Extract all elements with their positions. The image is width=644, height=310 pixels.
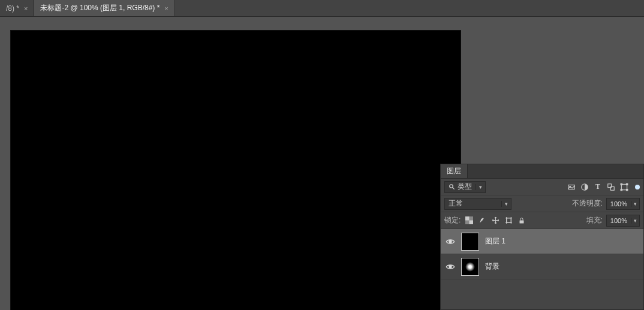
svg-rect-10: [621, 189, 622, 190]
chevron-down-icon: ▾: [631, 218, 639, 224]
filter-shape-icon[interactable]: [606, 182, 616, 192]
canvas[interactable]: [11, 31, 461, 310]
panel-title: 图层: [447, 166, 461, 176]
chevron-down-icon: ▾: [501, 201, 511, 207]
blend-mode-dropdown[interactable]: 正常 ▾: [444, 198, 511, 210]
filter-type-dropdown[interactable]: 类型 ▾: [444, 181, 486, 193]
layer-thumbnail[interactable]: [461, 258, 479, 276]
blend-mode-value: 正常: [445, 198, 467, 209]
lock-all-icon[interactable]: [517, 216, 526, 225]
lock-pixels-icon[interactable]: [477, 216, 487, 225]
eye-icon[interactable]: [446, 262, 455, 272]
svg-point-0: [450, 185, 453, 188]
filter-toggle-icon[interactable]: [635, 185, 640, 189]
search-icon: [449, 183, 455, 190]
layer-list: 图层 1 背景: [441, 229, 643, 309]
svg-rect-11: [627, 189, 628, 190]
lock-label: 锁定:: [444, 215, 461, 225]
close-icon[interactable]: ×: [164, 5, 168, 12]
svg-rect-13: [465, 216, 470, 221]
panel-tab-bar: 图层: [441, 164, 643, 179]
lock-position-icon[interactable]: [490, 216, 500, 225]
document-tab-active[interactable]: 未标题-2 @ 100% (图层 1, RGB/8#) * ×: [34, 0, 174, 16]
filter-type-text-icon[interactable]: T: [593, 182, 603, 192]
tab-layers[interactable]: 图层: [441, 164, 468, 178]
fill-label: 填充:: [586, 215, 603, 225]
svg-point-22: [449, 266, 452, 268]
workspace: 图层 类型 ▾ T: [0, 17, 644, 310]
opacity-input[interactable]: 100% ▾: [606, 198, 640, 210]
lock-fill-row: 锁定: 填充: 100% ▾: [441, 212, 643, 229]
filter-pixel-icon[interactable]: [567, 182, 576, 192]
document-tab-bar: /8) * × 未标题-2 @ 100% (图层 1, RGB/8#) * ×: [0, 0, 644, 17]
filter-type-label: 类型: [458, 182, 472, 192]
close-icon[interactable]: ×: [24, 5, 28, 12]
layer-name[interactable]: 背景: [485, 261, 499, 272]
fill-value: 100%: [607, 217, 631, 224]
layer-filter-row: 类型 ▾ T: [441, 179, 643, 195]
lock-transparent-icon[interactable]: [464, 216, 474, 225]
chevron-down-icon: ▾: [631, 201, 639, 207]
chevron-down-icon: ▾: [476, 184, 485, 190]
layer-name[interactable]: 图层 1: [485, 236, 505, 246]
filter-smart-icon[interactable]: [619, 182, 629, 192]
svg-rect-9: [627, 183, 628, 185]
document-tab-inactive[interactable]: /8) * ×: [0, 0, 34, 16]
filter-adjust-icon[interactable]: [580, 182, 589, 192]
layers-panel: 图层 类型 ▾ T: [440, 164, 644, 310]
eye-icon[interactable]: [446, 237, 455, 246]
svg-rect-8: [621, 183, 622, 185]
layer-row[interactable]: 图层 1: [441, 229, 643, 254]
layer-thumbnail[interactable]: [461, 233, 479, 251]
svg-rect-20: [520, 220, 524, 223]
layer-row[interactable]: 背景: [441, 254, 643, 279]
tab-label-fragment: /8) *: [6, 4, 19, 13]
svg-rect-14: [469, 221, 473, 225]
blend-opacity-row: 正常 ▾ 不透明度: 100% ▾: [441, 195, 643, 212]
fill-input[interactable]: 100% ▾: [606, 215, 640, 227]
lock-artboard-icon[interactable]: [504, 216, 513, 225]
svg-point-21: [449, 240, 452, 243]
svg-rect-15: [507, 218, 511, 223]
svg-line-1: [453, 188, 455, 189]
tab-label: 未标题-2 @ 100% (图层 1, RGB/8#) *: [40, 3, 160, 13]
opacity-value: 100%: [607, 200, 631, 207]
opacity-label: 不透明度:: [572, 198, 603, 209]
